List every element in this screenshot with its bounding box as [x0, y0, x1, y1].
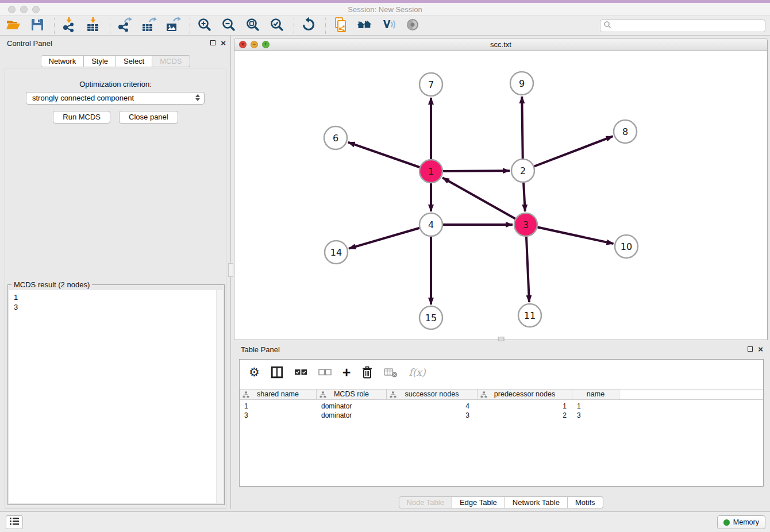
mcds-result-fieldset: MCDS result (2 nodes) 1 3 — [7, 284, 225, 505]
panel-splitter-handle[interactable] — [228, 263, 233, 277]
tab-edge-table[interactable]: Edge Table — [452, 496, 505, 508]
close-panel-icon[interactable]: × — [758, 346, 763, 352]
column-header-successor-nodes[interactable]: successor nodes — [387, 390, 478, 399]
network-resize-handle[interactable] — [498, 337, 504, 341]
homes-icon — [356, 17, 372, 35]
export-table-button[interactable] — [140, 17, 157, 34]
unselect-all-columns-icon[interactable] — [318, 368, 332, 376]
mcds-result-textarea[interactable]: 1 3 — [9, 290, 223, 503]
zoom-selected-button[interactable] — [268, 17, 286, 34]
import-table-button[interactable] — [84, 17, 102, 34]
tab-select[interactable]: Select — [116, 55, 152, 67]
cell-shared-name[interactable]: 1 — [244, 402, 248, 411]
session-title: Session: New Session — [0, 5, 770, 14]
close-panel-icon[interactable]: × — [221, 40, 226, 46]
cell-successor-nodes[interactable]: 3 — [387, 411, 469, 420]
hierarchy-icon — [480, 391, 487, 401]
clone-network-button[interactable] — [332, 17, 349, 34]
create-column-icon[interactable]: + — [342, 367, 351, 378]
graph-edge-4-14[interactable] — [349, 225, 431, 249]
graph-node-label-11: 11 — [524, 310, 536, 321]
open-folder-icon — [5, 17, 21, 35]
zoom-fit-button[interactable] — [244, 17, 261, 34]
function-builder-icon-disabled: f(x) — [409, 367, 425, 378]
export-image-button[interactable] — [164, 17, 182, 34]
cell-predecessor-nodes[interactable]: 2 — [478, 411, 567, 420]
mcds-result-line: 1 — [14, 292, 223, 302]
graph-edge-3-10[interactable] — [526, 225, 614, 244]
import-network-icon — [61, 17, 77, 35]
search-input[interactable] — [614, 22, 760, 30]
run-mcds-button[interactable]: Run MCDS — [53, 111, 110, 124]
cell-mcds-role[interactable]: dominator — [321, 402, 352, 411]
tab-network-table[interactable]: Network Table — [505, 496, 568, 508]
export-network-button[interactable] — [116, 17, 133, 34]
tab-network[interactable]: Network — [40, 55, 84, 67]
table-panel-title: Table Panel — [241, 345, 280, 354]
tab-node-table[interactable]: Node Table — [398, 496, 452, 508]
zoom-in-button[interactable] — [196, 17, 213, 34]
cell-shared-name[interactable]: 3 — [244, 411, 248, 420]
graph-node-label-10: 10 — [621, 241, 632, 252]
cell-name[interactable]: 1 — [577, 402, 581, 411]
delete-columns-icon[interactable] — [361, 366, 373, 379]
table-toolbar: ⚙ + f(x) — [240, 360, 763, 385]
table-settings-gear-icon[interactable]: ⚙ — [249, 366, 260, 379]
toolbar-separator — [325, 18, 326, 34]
zoom-in-icon — [197, 17, 213, 35]
save-session-button[interactable] — [29, 17, 46, 34]
mcds-result-scrollbar[interactable] — [216, 290, 223, 503]
float-panel-icon[interactable] — [748, 346, 753, 352]
main-titlebar: Session: New Session — [0, 3, 770, 16]
graph-edge-2-8[interactable] — [523, 136, 613, 171]
graph-node-label-9: 9 — [519, 78, 525, 89]
table-row[interactable]: 3 dominator 3 2 3 — [240, 411, 763, 420]
show-columns-icon[interactable] — [271, 366, 283, 379]
search-field[interactable] — [600, 20, 765, 32]
list-icon — [9, 516, 20, 528]
graph-node-label-3: 3 — [523, 219, 529, 230]
tab-style[interactable]: Style — [84, 55, 116, 67]
graph-node-label-15: 15 — [425, 313, 437, 323]
optimization-criterion-value: strongly connected component — [32, 94, 134, 102]
status-bar: Memory — [0, 511, 770, 532]
graph-node-label-1: 1 — [428, 166, 434, 177]
clone-network-icon — [332, 17, 348, 35]
first-neighbors-button[interactable] — [356, 17, 373, 34]
toolbar-separator — [190, 18, 190, 34]
network-canvas[interactable]: 7968124314101511 — [234, 51, 767, 340]
column-header-name[interactable]: name — [572, 390, 619, 399]
hierarchy-icon — [319, 391, 326, 401]
memory-button[interactable]: Memory — [717, 515, 765, 529]
table-row[interactable]: 1 dominator 4 1 1 — [240, 402, 763, 411]
float-panel-icon[interactable] — [210, 40, 215, 45]
column-header-shared-name[interactable]: shared name — [240, 390, 317, 399]
tab-mcds[interactable]: MCDS — [152, 55, 190, 67]
cell-successor-nodes[interactable]: 4 — [387, 402, 469, 411]
open-session-button[interactable] — [5, 17, 22, 34]
graph-edge-3-1[interactable] — [442, 178, 526, 225]
select-all-columns-icon[interactable] — [294, 368, 307, 376]
cell-mcds-role[interactable]: dominator — [321, 411, 352, 420]
close-panel-button[interactable]: Close panel — [119, 111, 178, 124]
graph-node-label-6: 6 — [333, 133, 338, 144]
cell-predecessor-nodes[interactable]: 1 — [478, 402, 567, 411]
tab-motifs[interactable]: Motifs — [568, 496, 603, 508]
select-stepper-icon — [195, 94, 200, 101]
network-window-titlebar[interactable]: × − + scc.txt — [234, 38, 767, 51]
import-network-button[interactable] — [60, 17, 78, 34]
vizmapper-button[interactable] — [380, 17, 397, 34]
zoom-out-button[interactable] — [220, 17, 237, 34]
graph-edge-1-6[interactable] — [348, 142, 431, 171]
apply-layout-button[interactable] — [300, 17, 317, 34]
optimization-criterion-select[interactable]: strongly connected component — [26, 92, 205, 105]
cell-name[interactable]: 3 — [577, 411, 581, 420]
delete-table-icon-disabled — [384, 368, 398, 377]
show-hide-details-button[interactable] — [404, 17, 421, 34]
network-graph: 7968124314101511 — [234, 51, 767, 340]
column-header-predecessor-nodes[interactable]: predecessor nodes — [478, 390, 572, 399]
graph-node-label-8: 8 — [622, 126, 628, 137]
task-history-button[interactable] — [6, 515, 23, 529]
table-panel: Table Panel × ⚙ + f(x) shared name — [234, 342, 768, 509]
column-header-mcds-role[interactable]: MCDS role — [317, 390, 387, 399]
